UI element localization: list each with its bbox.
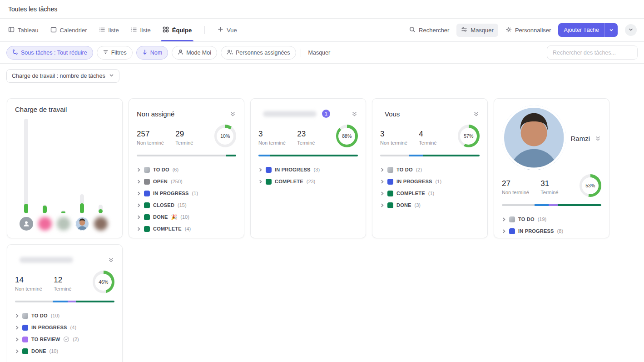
status-label: TO DO <box>31 313 48 318</box>
not-done-label: Non terminé <box>15 286 54 292</box>
status-row[interactable]: COMPLETE (23) <box>258 176 358 187</box>
status-label: IN PROGRESS <box>396 179 432 184</box>
workload-card: 1 3 Non terminé 23 Terminé 88% <box>250 98 366 238</box>
status-label: IN PROGRESS <box>153 191 189 196</box>
status-count: (250) <box>171 179 183 184</box>
chevron-right-icon[interactable] <box>137 180 141 184</box>
progress-segment-gray <box>380 155 409 156</box>
done-count: 4 <box>419 130 457 139</box>
status-row[interactable]: TO DO (19) <box>502 213 601 225</box>
status-row[interactable]: IN PROGRESS (1) <box>137 187 236 199</box>
tab-label: Calendrier <box>60 27 87 34</box>
tab-calendrier[interactable]: Calendrier <box>50 19 87 41</box>
assignees-filter[interactable]: Personnes assignées <box>221 46 296 60</box>
status-color-square <box>266 167 272 173</box>
workload-mode-selector[interactable]: Charge de travail : nombre de tâches <box>6 69 119 83</box>
arrow-down-icon <box>142 49 148 56</box>
divider <box>301 49 301 57</box>
task-search-input[interactable] <box>547 45 638 60</box>
status-row[interactable]: DONE 🎉 (10) <box>137 211 236 223</box>
chevron-right-icon[interactable] <box>380 168 384 172</box>
status-count: (1) <box>436 179 441 184</box>
chevron-right-icon[interactable] <box>380 180 384 184</box>
collapse-card-button[interactable] <box>473 111 480 117</box>
me-mode-filter[interactable]: Mode Moi <box>172 46 217 60</box>
status-list: TO DO (10) IN PROGRESS (4) TO REVIEW (2)… <box>15 310 114 357</box>
not-done-label: Non terminé <box>502 190 540 195</box>
done-count: 12 <box>54 276 92 285</box>
view-tabs: Tableau Calendrier liste liste Équipe Vu… <box>8 19 237 41</box>
status-row[interactable]: TO REVIEW (5) <box>502 237 601 238</box>
add-task-button[interactable]: Ajouter Tâche <box>558 23 618 37</box>
tab-equipe[interactable]: Équipe <box>163 19 192 41</box>
add-view-button[interactable]: Vue <box>218 19 237 41</box>
completion-donut: 57% <box>458 125 480 147</box>
tab-label: Vue <box>227 27 237 34</box>
status-row[interactable]: IN PROGRESS (8) <box>502 225 601 237</box>
chevron-right-icon[interactable] <box>258 180 263 184</box>
status-row[interactable]: OPEN (250) <box>137 176 236 187</box>
status-row[interactable]: IN PROGRESS (3) <box>258 164 358 176</box>
chevron-right-icon[interactable] <box>380 203 384 207</box>
chevron-right-icon[interactable] <box>137 203 141 207</box>
page-title: Toutes les tâches <box>8 5 57 13</box>
workload-bar-done <box>24 204 28 213</box>
status-list: TO DO (6) OPEN (250) IN PROGRESS (1) CLO… <box>137 164 236 235</box>
status-row[interactable]: TO REVIEW (2) <box>15 333 114 345</box>
workload-bar-column[interactable] <box>91 116 110 231</box>
stats-row: 14 Non terminé 12 Terminé 46% <box>15 273 114 293</box>
chevron-right-icon[interactable] <box>15 314 19 318</box>
hide-button[interactable]: Masquer <box>456 24 498 37</box>
search-button[interactable]: Rechercher <box>409 26 449 34</box>
chevron-right-icon[interactable] <box>15 349 19 353</box>
card-header: 1 <box>258 106 358 122</box>
status-row[interactable]: TO DO (6) <box>137 164 236 176</box>
status-row[interactable]: IN PROGRESS (4) <box>15 322 114 333</box>
status-row[interactable]: DONE (3) <box>380 199 480 211</box>
workload-bar-column[interactable] <box>35 116 54 231</box>
status-row[interactable]: TO DO (2) <box>380 164 480 176</box>
progress-segment-blue <box>258 155 270 156</box>
chevron-right-icon[interactable] <box>137 227 141 231</box>
chevron-right-icon[interactable] <box>137 191 141 196</box>
chevron-right-icon[interactable] <box>137 215 141 219</box>
collapse-card-button[interactable] <box>229 111 236 117</box>
subtasks-filter[interactable]: Sous-tâches : Tout réduire <box>6 46 93 60</box>
status-row[interactable]: COMPLETE (4) <box>137 223 236 235</box>
hide-columns-button[interactable]: Masquer <box>306 50 333 56</box>
workload-bar-column[interactable] <box>54 116 73 231</box>
tab-liste-2[interactable]: liste <box>131 19 151 41</box>
workload-bar-column[interactable] <box>73 116 91 231</box>
tab-liste-1[interactable]: liste <box>99 19 119 41</box>
status-row[interactable]: CLOSED (15) <box>137 199 236 211</box>
filters-filter[interactable]: Filtres <box>97 46 133 60</box>
status-count: (15) <box>178 202 187 208</box>
workload-bar-column[interactable] <box>17 116 35 231</box>
chevron-right-icon[interactable] <box>502 217 506 221</box>
workload-bar <box>24 119 28 213</box>
chevron-right-icon[interactable] <box>380 191 384 196</box>
not-done-stat: 257 Non terminé <box>137 130 175 146</box>
chevron-right-icon[interactable] <box>502 229 506 233</box>
chevron-right-icon[interactable] <box>15 337 19 342</box>
progress-segment-green <box>226 155 236 156</box>
collapse-card-button[interactable] <box>108 256 114 263</box>
status-row[interactable]: DONE (10) <box>15 345 114 357</box>
chevron-down-icon[interactable] <box>605 28 618 32</box>
status-color-square <box>22 313 28 319</box>
collapse-card-button[interactable] <box>351 111 358 117</box>
status-color-square <box>387 167 393 173</box>
chevron-right-icon[interactable] <box>137 168 141 172</box>
chevron-right-icon[interactable] <box>258 168 263 172</box>
customize-button[interactable]: Personnaliser <box>505 26 551 34</box>
chevron-down-icon <box>109 73 114 79</box>
status-row[interactable]: COMPLETE (1) <box>380 187 480 199</box>
sort-filter[interactable]: Nom <box>136 46 168 60</box>
collapse-card-button[interactable] <box>594 135 601 142</box>
collapse-toolbar-button[interactable] <box>625 24 637 36</box>
chevron-right-icon[interactable] <box>15 326 19 330</box>
status-row[interactable]: IN PROGRESS (1) <box>380 176 480 187</box>
progress-segment-gray <box>137 155 226 156</box>
tab-tableau[interactable]: Tableau <box>8 19 39 41</box>
status-row[interactable]: TO DO (10) <box>15 310 114 322</box>
